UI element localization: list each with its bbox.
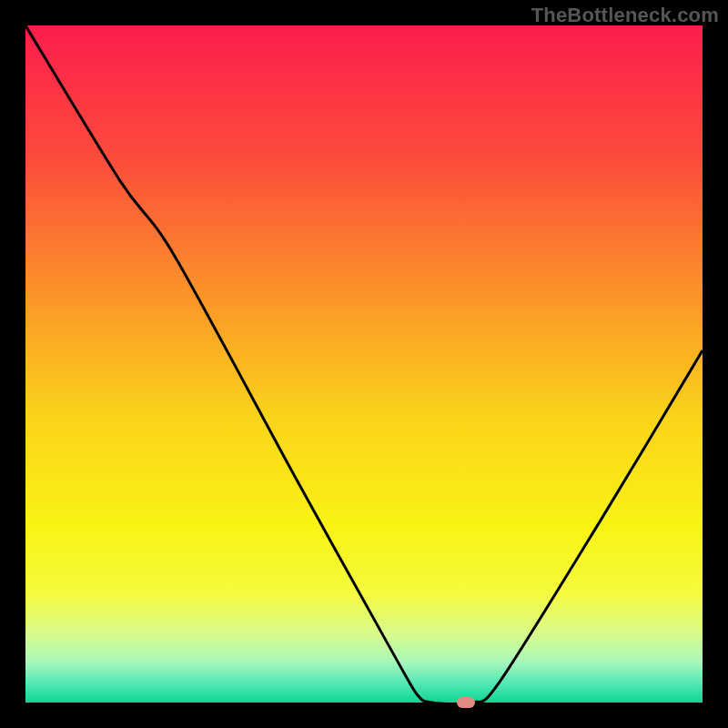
chart-frame: TheBottleneck.com bbox=[0, 0, 728, 728]
watermark-text: TheBottleneck.com bbox=[531, 4, 719, 27]
optimal-marker bbox=[457, 697, 475, 708]
bottleneck-plot bbox=[25, 25, 703, 703]
